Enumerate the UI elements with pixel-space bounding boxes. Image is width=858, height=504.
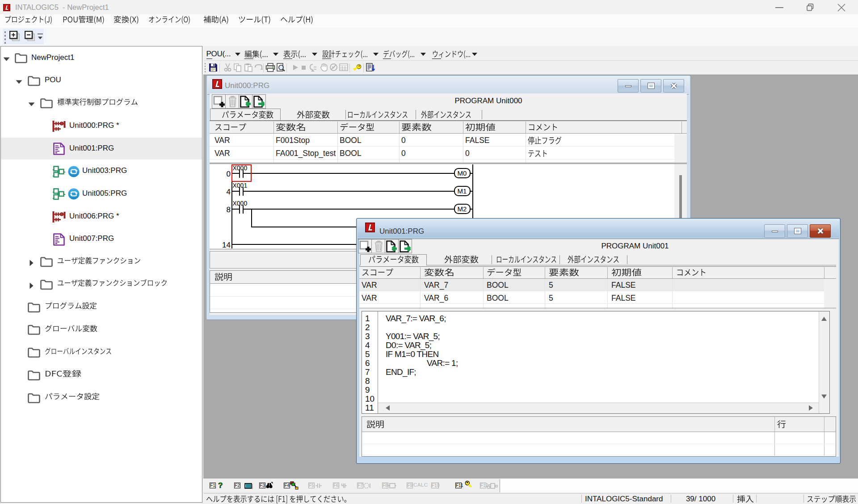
svg-text:?: ?: [218, 481, 223, 490]
